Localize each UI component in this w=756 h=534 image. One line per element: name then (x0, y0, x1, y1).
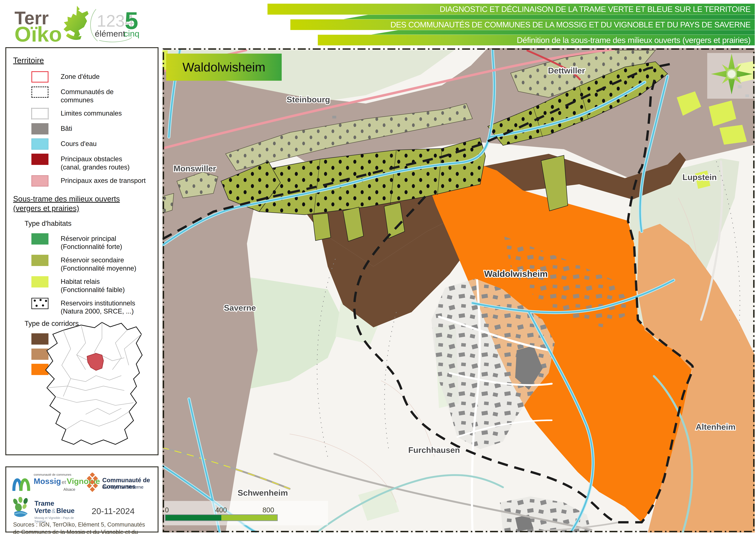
transport-swatch (31, 175, 48, 187)
legend-item-bati: Bâti (31, 123, 151, 135)
banner-title-1-text: DIAGNOSTIC ET DÉCLINAISON DE LA TRAME VE… (440, 5, 750, 14)
mossig-vignoble-logo: communauté de communes Mossig et Vignobl… (12, 472, 79, 493)
header: Terr Oïko 1234 5 élément cinq DIAGNOSTIC… (0, 0, 756, 46)
dots-pattern-icon (32, 298, 48, 309)
label-schwenheim: Schwenheim (238, 488, 288, 497)
sources-text: Sources : IGN, TerrOïko, Elément 5, Comm… (13, 521, 147, 534)
label-lupstein: Lupstein (683, 172, 717, 182)
locator-inset-map (31, 316, 147, 447)
legend-label: Habitat relais (Fonctionnalité faible) (61, 276, 125, 294)
legend-item-limites: Limites communales (31, 108, 151, 119)
legend-label: Réservoir secondaire (Fonctionnalité moy… (61, 255, 136, 272)
cours-eau-swatch (31, 139, 48, 150)
legend-label: Principaux obstacles (canal, grandes rou… (61, 154, 129, 171)
legend-item-reservoir-secondaire: Réservoir secondaire (Fonctionnalité moy… (31, 255, 151, 272)
terroiko-logo-text-oiko: Oïko (14, 24, 62, 44)
tvb-line2b: Bleue (56, 507, 74, 514)
legend-label: Zone d'étude (61, 71, 100, 81)
legend-panel: Territoire Zone d'étude Communautés de c… (5, 47, 158, 455)
legend-territoire-title: Territoire (13, 56, 151, 65)
element5-word2: cinq (124, 29, 140, 38)
scalebar-bar (165, 514, 278, 521)
obstacles-swatch (31, 154, 48, 165)
label-altenheim: Altenheim (696, 422, 736, 431)
legend-item-transport: Principaux axes de transport (31, 175, 151, 187)
tvb-line1: Trame (35, 500, 54, 507)
reservoir-principal-swatch (31, 233, 48, 244)
legend-label: Reservoirs institutionnels (Natura 2000,… (61, 298, 135, 315)
saverne-line2: du Pays de Saverne (102, 485, 144, 490)
reservoirs-institutionnels-swatch (31, 298, 48, 309)
label-dettwiller: Dettwiller (548, 66, 585, 75)
element5-logo-graphic: 1234 5 élément cinq (85, 6, 149, 43)
scalebar-tick-0: 0 (165, 506, 169, 514)
legend-label: Bâti (61, 123, 72, 133)
legend-item-cours-eau: Cours d'eau (31, 139, 151, 150)
legend-item-zone-etude: Zone d'étude (31, 71, 151, 83)
habitat-relais-swatch (31, 276, 48, 288)
map-canvas: Steinbourg Dettwiller Monswiller Lupstei… (162, 48, 755, 532)
mossig-small-text: communauté de communes (34, 473, 71, 476)
label-waldolwisheim: Waldolwisheim (484, 269, 548, 279)
banner-title-1: DIAGNOSTIC ET DÉCLINAISON DE LA TRAME VE… (267, 4, 755, 14)
footer-panel: communauté de communes Mossig et Vignobl… (5, 467, 158, 532)
label-furchhausen: Furchhausen (408, 445, 460, 454)
scalebar-segment-dark (166, 515, 221, 521)
label-saverne: Saverne (224, 303, 256, 312)
legend-label: Communautés de communes (61, 87, 114, 104)
tvb-paw-icon (12, 497, 31, 518)
label-steinbourg: Steinbourg (287, 95, 330, 104)
legend-label: Réservoir principal (Fonctionnalité fort… (61, 233, 122, 251)
legend-item-communautes: Communautés de communes (31, 87, 151, 104)
map-date: 20-11-2024 (92, 506, 135, 516)
scalebar-segment-light (221, 515, 277, 521)
banner-wedge-1 (343, 15, 755, 19)
zone-etude-swatch (31, 71, 48, 83)
mossig-name1: Mossig (34, 477, 61, 486)
bati-swatch (31, 123, 48, 135)
legend-soustrame-title: Sous-trame des milieux ouverts (vergers … (13, 194, 151, 213)
legend-item-reservoir-principal: Réservoir principal (Fonctionnalité fort… (31, 233, 151, 251)
mossig-m-icon (12, 472, 31, 491)
banner-title-3: Définition de la sous-trame des milieux … (318, 35, 755, 45)
limites-swatch (31, 108, 48, 119)
legend-label: Limites communales (61, 108, 122, 117)
banner-title-2: DES COMMUNAUTÉS DE COMMUNES DE LA MOSSIG… (290, 19, 755, 30)
reservoir-secondaire-swatch (31, 255, 48, 266)
mossig-region: Alsace (64, 487, 75, 492)
tvb-amp: & (51, 507, 56, 514)
legend-label: Cours d'eau (61, 139, 96, 148)
element5-logo: 1234 5 élément cinq (85, 6, 149, 43)
trame-verte-bleue-logo: Trame Verte & Bleue Mossig et Vignoble -… (12, 497, 85, 520)
pays-saverne-logo: Communauté de Communes du Pays de Savern… (86, 472, 156, 494)
legend-item-obstacles: Principaux obstacles (canal, grandes rou… (31, 154, 151, 171)
communautes-swatch (31, 87, 48, 98)
map-title: Waldolwisheim (182, 60, 265, 74)
saverne-diamonds-icon (86, 472, 99, 494)
tvb-line2a: Verte (35, 507, 51, 514)
scalebar-tick-400: 400 (215, 506, 227, 514)
legend-item-habitat-relais: Habitat relais (Fonctionnalité faible) (31, 276, 151, 294)
element5-word1: élément (95, 29, 125, 38)
scale-bar: 0 400 800 m (165, 506, 278, 522)
banner-wedge-2 (371, 30, 755, 35)
mossig-et: et (62, 479, 66, 485)
map-title-box: Waldolwisheim (166, 54, 282, 81)
banner-title-3-text: Définition de la sous-trame des milieux … (517, 35, 750, 45)
banner-title-2-text: DES COMMUNAUTÉS DE COMMUNES DE LA MOSSIG… (390, 20, 750, 29)
legend-habitats-subtitle: Type d'habitats (25, 219, 151, 227)
legend-item-reservoirs-institutionnels: Reservoirs institutionnels (Natura 2000,… (31, 298, 151, 315)
label-monswiller: Monswiller (174, 164, 216, 173)
legend-label: Principaux axes de transport (61, 175, 146, 185)
